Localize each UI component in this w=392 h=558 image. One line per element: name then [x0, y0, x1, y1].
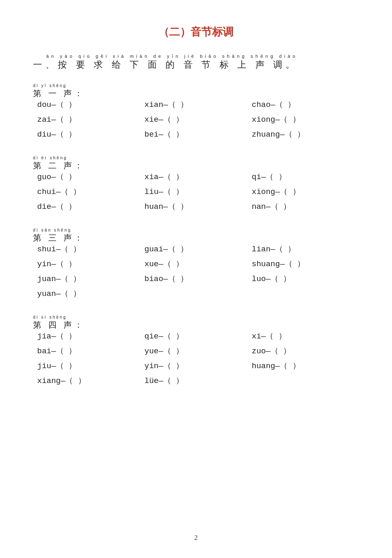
- section-header-fourth-tone: dì sì shēng第 四 声：: [33, 315, 359, 331]
- col-fourth-tone-2-2: huang—（ ）: [252, 360, 359, 371]
- section-text-third-tone: 第 三 声：: [33, 232, 359, 244]
- col-first-tone-2-2: zhuang—（ ）: [252, 129, 359, 140]
- col-fourth-tone-3-1: lüe—（ ）: [144, 375, 252, 386]
- row-second-tone-1: chui—（ ）liu—（ ）xiong—（ ）: [37, 186, 359, 197]
- row-second-tone-0: guo—（ ）xia—（ ）qi—（ ）: [37, 171, 359, 182]
- section-pinyin-fourth-tone: dì sì shēng: [33, 315, 359, 319]
- section-header-second-tone: dì èr shēng第 二 声：: [33, 156, 359, 171]
- section-first-tone: dì yī shēng第 一 声：dou—（ ）xian—（ ）chao—（ ）…: [33, 84, 359, 148]
- col-second-tone-2-2: nan—（ ）: [252, 201, 359, 212]
- col-fourth-tone-2-0: jiu—（ ）: [37, 360, 144, 371]
- section-pinyin-first-tone: dì yī shēng: [33, 84, 359, 88]
- row-fourth-tone-1: bai—（ ）yue—（ ）zuo—（ ）: [37, 345, 359, 356]
- row-second-tone-2: die—（ ）huan—（ ）nan—（ ）: [37, 201, 359, 212]
- col-third-tone-0-0: shui—（ ）: [37, 244, 144, 254]
- col-second-tone-0-0: guo—（ ）: [37, 171, 144, 182]
- col-second-tone-1-2: xiong—（ ）: [252, 186, 359, 197]
- col-first-tone-2-0: diu—（ ）: [37, 129, 144, 140]
- col-first-tone-1-0: zai—（ ）: [37, 114, 144, 125]
- col-third-tone-3-2: [252, 288, 359, 299]
- col-third-tone-0-1: guai—（ ）: [144, 244, 252, 254]
- col-fourth-tone-3-2: [252, 375, 359, 386]
- col-second-tone-0-2: qi—（ ）: [252, 171, 359, 182]
- row-third-tone-3: yuan—（ ）: [37, 288, 359, 299]
- col-second-tone-2-0: die—（ ）: [37, 201, 144, 212]
- col-first-tone-0-0: dou—（ ）: [37, 99, 144, 110]
- instruction-pinyin: àn yào qiú gěi xià miàn de yīn jié biāo …: [46, 54, 359, 59]
- col-fourth-tone-3-0: xiang—（ ）: [37, 375, 144, 386]
- col-second-tone-1-1: liu—（ ）: [144, 186, 252, 197]
- col-fourth-tone-1-2: zuo—（ ）: [252, 345, 359, 356]
- section-fourth-tone: dì sì shēng第 四 声：jia—（ ）qie—（ ）xi—（ ）bai…: [33, 315, 359, 394]
- col-third-tone-2-2: luo—（ ）: [252, 273, 359, 284]
- col-fourth-tone-0-2: xi—（ ）: [252, 331, 359, 341]
- col-first-tone-0-1: xian—（ ）: [144, 99, 252, 110]
- row-first-tone-2: diu—（ ）bei—（ ）zhuang—（ ）: [37, 129, 359, 140]
- section-second-tone: dì èr shēng第 二 声：guo—（ ）xia—（ ）qi—（ ）chu…: [33, 156, 359, 220]
- col-third-tone-1-2: shuang—（ ）: [252, 258, 359, 269]
- col-second-tone-2-1: huan—（ ）: [144, 201, 252, 212]
- col-first-tone-1-2: xiong—（ ）: [252, 114, 359, 125]
- page-number: 2: [194, 522, 198, 541]
- row-first-tone-0: dou—（ ）xian—（ ）chao—（ ）: [37, 99, 359, 110]
- section-text-fourth-tone: 第 四 声：: [33, 319, 359, 331]
- section-text-first-tone: 第 一 声：: [33, 88, 359, 99]
- col-third-tone-1-1: xue—（ ）: [144, 258, 252, 269]
- col-third-tone-2-0: juan—（ ）: [37, 273, 144, 284]
- col-third-tone-1-0: yin—（ ）: [37, 258, 144, 269]
- row-third-tone-1: yin—（ ）xue—（ ）shuang—（ ）: [37, 258, 359, 269]
- section-text-second-tone: 第 二 声：: [33, 160, 359, 171]
- col-fourth-tone-1-0: bai—（ ）: [37, 345, 144, 356]
- row-third-tone-2: juan—（ ）biao—（ ）luo—（ ）: [37, 273, 359, 284]
- col-first-tone-0-2: chao—（ ）: [252, 99, 359, 110]
- section-header-third-tone: dì sān shēng第 三 声：: [33, 228, 359, 244]
- col-third-tone-0-2: lian—（ ）: [252, 244, 359, 254]
- col-third-tone-3-0: yuan—（ ）: [37, 288, 144, 299]
- col-fourth-tone-0-1: qie—（ ）: [144, 331, 252, 341]
- col-third-tone-3-1: [144, 288, 252, 299]
- section-pinyin-second-tone: dì èr shēng: [33, 156, 359, 160]
- row-first-tone-1: zai—（ ）xie—（ ）xiong—（ ）: [37, 114, 359, 125]
- row-fourth-tone-2: jiu—（ ）yin—（ ）huang—（ ）: [37, 360, 359, 371]
- section-pinyin-third-tone: dì sān shēng: [33, 228, 359, 232]
- col-second-tone-0-1: xia—（ ）: [144, 171, 252, 182]
- col-third-tone-2-1: biao—（ ）: [144, 273, 252, 284]
- col-fourth-tone-1-1: yue—（ ）: [144, 345, 252, 356]
- col-fourth-tone-2-1: yin—（ ）: [144, 360, 252, 371]
- col-first-tone-1-1: xie—（ ）: [144, 114, 252, 125]
- row-third-tone-0: shui—（ ）guai—（ ）lian—（ ）: [37, 244, 359, 254]
- col-first-tone-2-1: bei—（ ）: [144, 129, 252, 140]
- section-header-first-tone: dì yī shēng第 一 声：: [33, 84, 359, 99]
- instruction-text: 一、按 要 求 给 下 面 的 音 节 标 上 声 调。: [33, 59, 359, 71]
- instruction-block: àn yào qiú gěi xià miàn de yīn jié biāo …: [33, 54, 359, 71]
- col-second-tone-1-0: chui—（ ）: [37, 186, 144, 197]
- page-title: （二）音节标调: [158, 25, 234, 39]
- section-third-tone: dì sān shēng第 三 声：shui—（ ）guai—（ ）lian—（…: [33, 228, 359, 307]
- col-fourth-tone-0-0: jia—（ ）: [37, 331, 144, 341]
- row-fourth-tone-0: jia—（ ）qie—（ ）xi—（ ）: [37, 331, 359, 341]
- row-fourth-tone-3: xiang—（ ）lüe—（ ）: [37, 375, 359, 386]
